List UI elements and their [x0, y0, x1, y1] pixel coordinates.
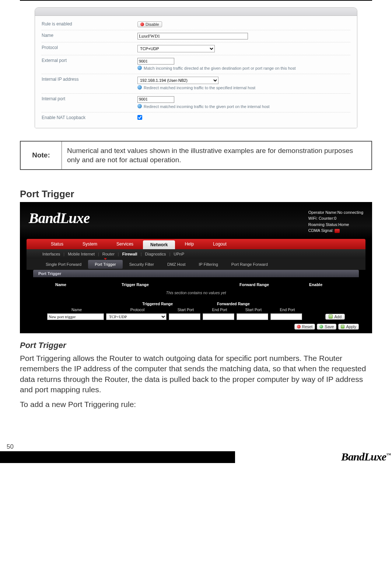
col-name: Name	[55, 282, 122, 287]
tab-port-range-forward[interactable]: Port Range Forward	[225, 260, 274, 269]
internal-port-input[interactable]	[137, 96, 174, 103]
add-button[interactable]: Add	[325, 314, 345, 320]
subcol-fwd-end: End Port	[270, 307, 304, 312]
save-button[interactable]: Save	[317, 324, 336, 330]
apply-label: Apply	[346, 324, 356, 329]
nat-loopback-checkbox[interactable]	[137, 115, 142, 120]
label-nat-loopback: Enable NAT Loopback	[42, 115, 137, 121]
reset-icon	[297, 325, 301, 328]
col-enable: Enable	[295, 282, 337, 287]
nav-network[interactable]: Network	[143, 240, 175, 249]
status-wifi: WiFi: Counter:0	[308, 215, 363, 222]
col-forward-range: Forward Range	[214, 282, 295, 287]
add-button-label: Add	[334, 314, 342, 319]
trigger-protocol-select[interactable]: TCP+UDP	[106, 313, 167, 320]
apply-icon	[341, 325, 344, 328]
status-roaming: Roaming Status:Home	[308, 222, 363, 228]
note-box: Note: Numerical and text values shown in…	[20, 141, 372, 170]
tab-single-port-forward[interactable]: Single Port Forward	[39, 260, 88, 269]
note-text: Numerical and text values shown in the i…	[62, 142, 371, 169]
section-title-port-trigger: Port Trigger	[20, 188, 372, 200]
label-internal-port: Internal port	[42, 96, 137, 109]
add-icon	[329, 314, 333, 319]
save-label: Save	[325, 324, 334, 329]
subnav-upnp[interactable]: UPnP	[170, 252, 188, 256]
label-protocol: Protocol	[42, 45, 137, 52]
nav-status[interactable]: Status	[41, 241, 73, 247]
save-icon	[319, 325, 323, 328]
tab-port-trigger[interactable]: Port Trigger	[88, 260, 122, 269]
apply-button[interactable]: Apply	[338, 324, 359, 330]
subnav-interfaces[interactable]: Interfaces	[39, 252, 63, 256]
bandluxe-logo: BandLuxe	[29, 209, 90, 227]
nav-system[interactable]: System	[73, 241, 107, 247]
port-trigger-panel-title: Port Trigger	[33, 270, 359, 277]
col-trigger-range: Trigger Range	[122, 282, 214, 287]
label-internal-ip: Internal IP address	[42, 77, 137, 91]
subnav-firewall[interactable]: Firewall	[119, 252, 141, 256]
protocol-select[interactable]: TCP+UDP	[137, 45, 215, 52]
fwd-end-port-input[interactable]	[270, 313, 302, 320]
header-forwarded-range: Forwarded Range	[217, 302, 250, 306]
label-name: Name	[42, 33, 137, 39]
page-number: 50	[0, 443, 392, 451]
internal-ip-hint: Redirect matched incoming traffic to the…	[144, 85, 255, 91]
stop-icon	[140, 22, 144, 26]
firewall-tabs: Single Port Forward Port Trigger Securit…	[27, 259, 365, 270]
empty-state-text: This section contains no values yet	[31, 289, 361, 302]
tab-ip-filtering[interactable]: IP Filtering	[192, 260, 224, 269]
fwd-start-port-input[interactable]	[237, 313, 268, 320]
subnav-diagnostics[interactable]: Diagnostics	[142, 252, 169, 256]
external-port-hint: Match incoming traffic directed at the g…	[144, 66, 296, 71]
subcol-protocol: Protocol	[106, 307, 169, 312]
reset-button[interactable]: Reset	[294, 324, 315, 330]
name-input[interactable]	[137, 33, 248, 39]
nav-help[interactable]: Help	[175, 241, 203, 247]
label-external-port: External port	[42, 58, 137, 71]
trig-end-port-input[interactable]	[203, 313, 234, 320]
paragraph-1: Port Triggering allows the Router to wat…	[20, 353, 372, 395]
status-cdma-label: CDMA Signal:	[308, 228, 333, 233]
sub-nav: Interfaces| Mobile Internet| Router| Fir…	[27, 249, 365, 259]
tab-security-filter[interactable]: Security Filter	[123, 260, 161, 269]
note-label: Note:	[21, 142, 62, 169]
panel-header	[35, 8, 357, 16]
subsection-title: Port Trigger	[20, 341, 372, 350]
nav-services[interactable]: Services	[107, 241, 143, 247]
info-icon	[137, 66, 142, 70]
disable-button-label: Disable	[146, 22, 159, 27]
subcol-name: Name	[47, 307, 106, 312]
internal-ip-select[interactable]: 192.168.1.194 (User-NB2)	[137, 77, 218, 84]
external-port-input[interactable]	[137, 58, 174, 65]
reset-label: Reset	[302, 324, 313, 329]
status-block: Operator Name:No connecting WiFi: Counte…	[308, 209, 363, 234]
internal-port-hint: Redirect matched incoming traffic to the…	[144, 104, 270, 109]
label-rule-enabled: Rule is enabled	[42, 21, 137, 27]
subnav-mobile-internet[interactable]: Mobile Internet	[64, 252, 98, 256]
subcol-trig-start: Start Port	[169, 307, 203, 312]
subnav-router[interactable]: Router	[99, 252, 118, 256]
footer-logo: BandLuxe™	[341, 451, 391, 463]
nav-logout[interactable]: Logout	[203, 241, 236, 247]
paragraph-2: To add a new Port Triggering rule:	[20, 399, 372, 410]
bandluxe-screenshot: BandLuxe Operator Name:No connecting WiF…	[20, 202, 372, 333]
trig-start-port-input[interactable]	[169, 313, 200, 320]
disable-button[interactable]: Disable	[137, 21, 162, 27]
header-triggered-range: Triggered Range	[142, 302, 173, 306]
info-icon	[137, 85, 142, 90]
subcol-trig-end: End Port	[203, 307, 237, 312]
port-forward-form-panel: Rule is enabled Disable Name Protocol TC…	[35, 7, 357, 128]
main-nav: Status System Services Network Help Logo…	[27, 239, 365, 249]
info-icon	[137, 104, 142, 108]
signal-icon	[335, 229, 340, 233]
subcol-fwd-start: Start Port	[237, 307, 270, 312]
trigger-name-input[interactable]	[47, 313, 104, 320]
tab-dmz-host[interactable]: DMZ Host	[161, 260, 192, 269]
status-operator: Operator Name:No connecting	[308, 209, 363, 216]
